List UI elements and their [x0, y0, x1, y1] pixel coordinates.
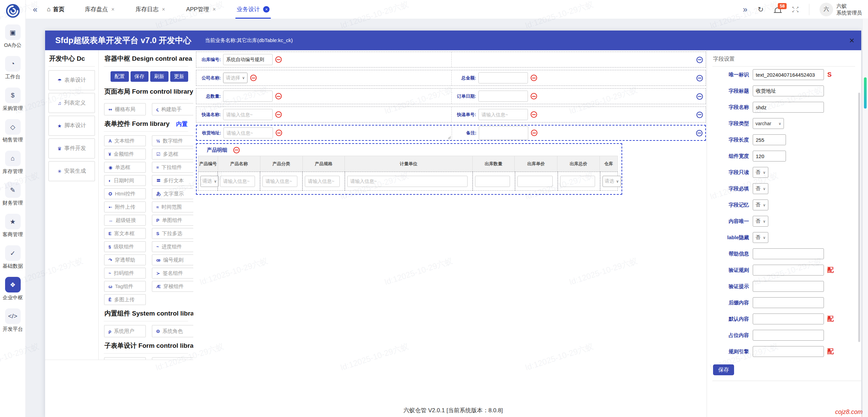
rail-item[interactable]: </>开发平台: [3, 308, 23, 333]
cell-select[interactable]: 请选∨: [200, 176, 219, 187]
app-logo[interactable]: [5, 3, 20, 18]
fullscreen-icon[interactable]: ↖↗↙↘: [792, 6, 799, 13]
rail-item[interactable]: ◔工作台: [3, 56, 23, 80]
settings-input[interactable]: [753, 248, 824, 259]
tab-home[interactable]: ⌂ 首页: [47, 5, 64, 13]
form-library-item[interactable]: ≈时间范围: [152, 202, 193, 212]
form-library-item[interactable]: §级联组件: [104, 241, 146, 252]
cell-input[interactable]: [560, 176, 595, 187]
field-input[interactable]: [478, 72, 528, 83]
delete-field-icon[interactable]: [275, 56, 282, 63]
layout-library-item[interactable]: ↭栅格布局: [104, 103, 146, 115]
close-tab-icon[interactable]: ×: [162, 6, 165, 13]
resize-handle[interactable]: [447, 136, 451, 139]
settings-input[interactable]: [753, 330, 824, 341]
action-button[interactable]: 刷新: [150, 71, 169, 82]
form-library-item[interactable]: ◐日期时间: [104, 175, 146, 186]
subform-library-item[interactable]: §添加附表: [152, 357, 193, 360]
subform-block[interactable]: 产品明细 产品编号产品名称产品分类产品规格计量单位出库数量出库单价出库总价仓库请…: [196, 143, 622, 195]
form-library-item[interactable]: Ê多图上传: [104, 294, 146, 305]
settings-input[interactable]: [753, 134, 786, 145]
delete-field-icon[interactable]: [531, 130, 537, 136]
builtin-link[interactable]: 内置: [176, 120, 188, 128]
tab-inventory-check[interactable]: 库存盘点 ×: [85, 0, 114, 19]
field-input[interactable]: [223, 91, 273, 102]
form-row-selected[interactable]: 收货地址: 备注:: [196, 125, 706, 141]
delete-row-icon[interactable]: [696, 93, 703, 100]
scrollbar-thumb[interactable]: [864, 77, 867, 109]
rail-item[interactable]: ◇销售管理: [3, 119, 23, 143]
form-library-item[interactable]: ✪Html控件: [104, 188, 146, 199]
form-library-item[interactable]: Æ穿梭组件: [152, 281, 193, 292]
rail-item[interactable]: ❖企业中枢: [3, 277, 23, 301]
settings-select[interactable]: 否∨: [753, 216, 768, 227]
form-library-item[interactable]: ◉单选框: [104, 162, 146, 173]
form-library-item[interactable]: P单图组件: [152, 215, 193, 226]
delete-field-icon[interactable]: [275, 93, 282, 99]
window-scrollbar[interactable]: [862, 19, 868, 417]
form-library-item[interactable]: ☑多选框: [152, 149, 193, 159]
field-input[interactable]: [223, 127, 273, 138]
settings-input[interactable]: [753, 297, 824, 308]
subform-library-item[interactable]: §分组线条: [104, 357, 146, 360]
dev-center-item[interactable]: ☂表单设计: [48, 70, 95, 90]
delete-field-icon[interactable]: [275, 111, 282, 118]
delete-row-icon[interactable]: [696, 75, 703, 81]
layout-library-item[interactable]: ς构建助手: [152, 103, 193, 115]
delete-field-icon[interactable]: [250, 75, 257, 81]
field-textarea[interactable]: [479, 126, 528, 140]
dev-center-item[interactable]: ★脚本设计: [48, 116, 95, 136]
field-select[interactable]: 请选择∨: [223, 73, 248, 83]
tab-inventory-log[interactable]: 库存日志 ×: [136, 0, 165, 19]
field-input[interactable]: [478, 91, 528, 102]
form-library-item[interactable]: E富文本框: [104, 228, 146, 239]
cell-input[interactable]: [305, 176, 340, 187]
field-input[interactable]: [223, 54, 273, 65]
save-button[interactable]: 保存: [713, 364, 734, 375]
settings-config-link[interactable]: 配: [827, 315, 834, 323]
settings-select[interactable]: varchar∨: [753, 118, 784, 129]
form-library-item[interactable]: ½数字组件: [152, 135, 193, 146]
form-library-item[interactable]: ≡下拉组件: [152, 162, 193, 173]
form-row[interactable]: 出库编号:: [196, 52, 706, 68]
form-library-item[interactable]: 〓多行文本: [152, 175, 193, 186]
settings-select[interactable]: 否∨: [753, 232, 768, 243]
rail-item[interactable]: ▣OA办公: [3, 24, 23, 49]
delete-row-icon[interactable]: [696, 112, 703, 118]
cell-input[interactable]: [220, 176, 255, 187]
dev-center-item[interactable]: ♛事件开发: [48, 138, 95, 158]
form-library-item[interactable]: ≻签名组件: [152, 268, 193, 279]
delete-subform-icon[interactable]: [233, 147, 240, 153]
delete-field-icon[interactable]: [531, 75, 537, 81]
cell-input[interactable]: [347, 176, 468, 187]
settings-input[interactable]: [753, 346, 824, 357]
delete-field-icon[interactable]: [531, 111, 537, 118]
form-library-item[interactable]: œ编号规则: [152, 254, 193, 265]
form-library-item[interactable]: ~进度组件: [152, 241, 193, 252]
tab-business-design[interactable]: 业务设计 ×: [237, 0, 270, 19]
user-menu[interactable]: 六 六蚁 系统管理员: [820, 3, 862, 16]
form-library-item[interactable]: ↔超级链接: [104, 215, 146, 226]
form-row[interactable]: 快递名称: 快递单号:: [196, 107, 706, 122]
close-active-tab-icon[interactable]: ×: [263, 6, 270, 13]
delete-row-icon[interactable]: [696, 57, 703, 63]
field-input[interactable]: [478, 109, 528, 120]
rail-item[interactable]: ✎财务管理: [3, 182, 23, 206]
notification-bell-icon[interactable]: 58: [774, 5, 782, 14]
action-button[interactable]: 配置: [111, 71, 129, 82]
cell-input[interactable]: [517, 176, 553, 187]
settings-config-link[interactable]: S: [827, 71, 832, 78]
form-row[interactable]: 公司名称: 请选择∨ 总金额:: [196, 70, 706, 86]
tab-app-management[interactable]: APP管理 ×: [186, 0, 216, 19]
settings-select[interactable]: 否∨: [753, 183, 768, 194]
dev-center-item[interactable]: ♫列表定义: [48, 93, 95, 113]
settings-select[interactable]: 否∨: [753, 200, 768, 210]
expand-icon[interactable]: »: [743, 5, 747, 14]
settings-input[interactable]: [753, 69, 824, 80]
form-library-item[interactable]: A文本组件: [104, 135, 146, 146]
form-library-item[interactable]: ¥金额组件: [104, 149, 146, 159]
form-library-item[interactable]: ~扫码组件: [104, 268, 146, 279]
close-tab-icon[interactable]: ×: [213, 6, 216, 13]
settings-input[interactable]: [753, 86, 824, 96]
cell-input[interactable]: [262, 176, 297, 187]
